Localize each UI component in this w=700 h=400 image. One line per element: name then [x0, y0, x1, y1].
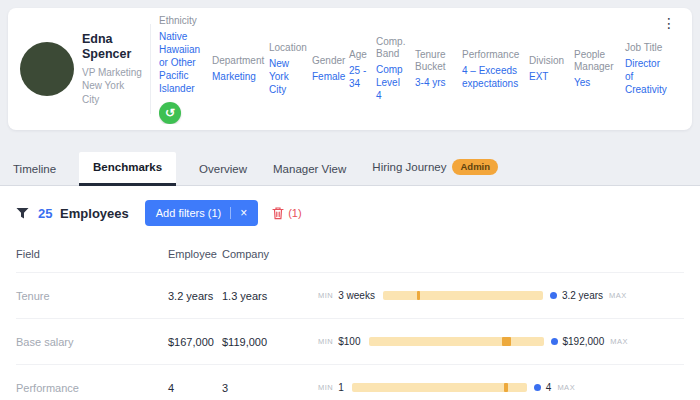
employee-value: 3.2 years: [168, 290, 222, 302]
attribute-label: Performance: [462, 49, 522, 61]
add-filters-button[interactable]: Add filters (1) ×: [145, 200, 258, 226]
attribute-location: Location New York City: [269, 42, 305, 96]
min-label: MIN: [318, 383, 333, 392]
attribute-value[interactable]: Female: [312, 70, 342, 83]
card-divider: [150, 24, 151, 114]
attribute-label: Comp. Band: [376, 36, 408, 60]
attribute-label: Department: [212, 55, 262, 67]
trash-icon: [272, 206, 284, 220]
employee-subtitle: VP Marketing New York City: [82, 66, 142, 107]
attribute-label: Ethnicity: [159, 15, 205, 27]
more-menu-button[interactable]: ⋮: [658, 14, 680, 32]
tab-benchmarks[interactable]: Benchmarks: [79, 152, 176, 186]
benchmark-row-performance: Performance 4 3 MIN 1 4 MAX: [16, 364, 684, 400]
attribute-division: Division EXT: [529, 55, 567, 83]
trash-count: (1): [288, 207, 301, 219]
attribute-value[interactable]: 25 - 34: [349, 64, 369, 90]
attribute-label: Job Title: [625, 42, 671, 54]
field-label: Base salary: [16, 336, 168, 348]
benchmarks-panel: 25 Employees Add filters (1) × (1) Field…: [0, 186, 700, 400]
filter-icon: [16, 207, 29, 220]
attribute-label: People Manager: [574, 49, 618, 73]
clear-filters-x[interactable]: ×: [240, 207, 247, 219]
employee-count-number: 25: [38, 206, 52, 221]
attribute-value[interactable]: 3-4 yrs: [415, 76, 455, 89]
attribute-comp-band: Comp. Band Comp Level 4: [376, 36, 408, 102]
tab-manager-view[interactable]: Manager View: [270, 154, 349, 185]
profile-summary: Edna Spencer VP Marketing New York City: [20, 32, 142, 107]
tab-hiring-journey[interactable]: Hiring Journey Admin: [369, 150, 501, 185]
attribute-value[interactable]: Director of Creativity: [625, 57, 669, 96]
employee-bar-value: 3.2 years: [562, 290, 603, 301]
min-value: 1: [338, 382, 344, 393]
employee-dot: [550, 292, 557, 299]
admin-badge: Admin: [452, 159, 498, 175]
refresh-icon: ↺: [165, 107, 175, 119]
min-value: 3 weeks: [338, 290, 375, 301]
delete-filter-button[interactable]: (1): [272, 206, 301, 220]
employee-dot: [534, 384, 541, 391]
employee-name: Edna Spencer: [82, 32, 142, 62]
company-value: 3: [222, 382, 292, 394]
min-value: $100: [338, 336, 360, 347]
field-label: Tenure: [16, 290, 168, 302]
attribute-label: Division: [529, 55, 567, 67]
tab-label: Hiring Journey: [372, 161, 446, 173]
employee-bar-value: 4: [546, 382, 552, 393]
employee-value: $167,000: [168, 336, 222, 348]
attribute-label: Tenure Bucket: [415, 49, 455, 73]
attribute-list: Ethnicity Native Hawaiian or Other Pacif…: [159, 15, 680, 124]
tab-timeline[interactable]: Timeline: [10, 154, 59, 185]
company-value: $119,000: [222, 336, 292, 348]
add-filters-label: Add filters (1): [156, 207, 221, 219]
benchmark-visual: MIN 3 weeks 3.2 years MAX: [318, 290, 684, 301]
employee-profile-card: Edna Spencer VP Marketing New York City …: [8, 8, 692, 130]
benchmark-marker: [502, 337, 511, 346]
column-header-employee: Employee: [168, 248, 222, 260]
benchmark-row-base-salary: Base salary $167,000 $119,000 MIN $100 $…: [16, 318, 684, 364]
attribute-gender: Gender Female: [312, 55, 342, 83]
benchmark-row-tenure: Tenure 3.2 years 1.3 years MIN 3 weeks 3…: [16, 272, 684, 318]
attribute-age: Age 25 - 34: [349, 49, 369, 90]
benchmark-bar: [383, 291, 543, 300]
company-value: 1.3 years: [222, 290, 292, 302]
table-header: Field Employee Company: [16, 248, 684, 260]
attribute-label: Location: [269, 42, 305, 54]
attribute-value[interactable]: Yes: [574, 76, 618, 89]
attribute-ethnicity: Ethnicity Native Hawaiian or Other Pacif…: [159, 15, 205, 124]
tab-overview[interactable]: Overview: [196, 154, 250, 185]
employee-bar-value: $192,000: [563, 336, 605, 347]
benchmark-marker: [504, 383, 508, 392]
employee-count: 25 Employees: [38, 206, 129, 221]
max-label: MAX: [609, 291, 627, 300]
attribute-value[interactable]: EXT: [529, 70, 567, 83]
benchmark-visual: MIN $100 $192,000 MAX: [318, 336, 684, 347]
attribute-value[interactable]: Native Hawaiian or Other Pacific Islande…: [159, 30, 205, 95]
column-header-field: Field: [16, 248, 168, 260]
max-label: MAX: [557, 383, 575, 392]
min-label: MIN: [318, 337, 333, 346]
avatar-photo: [20, 42, 74, 96]
attribute-value[interactable]: 4 – Exceeds expectations: [462, 64, 522, 90]
attribute-label: Gender: [312, 55, 342, 67]
employee-dot: [551, 338, 558, 345]
filter-bar: 25 Employees Add filters (1) × (1): [16, 200, 684, 226]
ellipsis-icon: ⋮: [662, 15, 676, 31]
attribute-value[interactable]: Marketing: [212, 70, 262, 83]
benchmark-marker: [417, 291, 420, 300]
benchmark-bar: [352, 383, 527, 392]
column-header-company: Company: [222, 248, 292, 260]
attribute-department: Department Marketing: [212, 55, 262, 83]
profile-action-button[interactable]: ↺: [159, 102, 181, 124]
attribute-value[interactable]: New York City: [269, 57, 293, 96]
button-divider: [230, 207, 231, 219]
benchmark-visual: MIN 1 4 MAX: [318, 382, 684, 393]
tab-bar: Timeline Benchmarks Overview Manager Vie…: [0, 150, 700, 186]
field-label: Performance: [16, 382, 168, 394]
profile-identity: Edna Spencer VP Marketing New York City: [82, 32, 142, 107]
max-label: MAX: [610, 337, 628, 346]
attribute-people-manager: People Manager Yes: [574, 49, 618, 89]
benchmark-bar: [369, 337, 544, 346]
attribute-value[interactable]: Comp Level 4: [376, 63, 408, 102]
attribute-job-title: Job Title Director of Creativity: [625, 42, 671, 96]
